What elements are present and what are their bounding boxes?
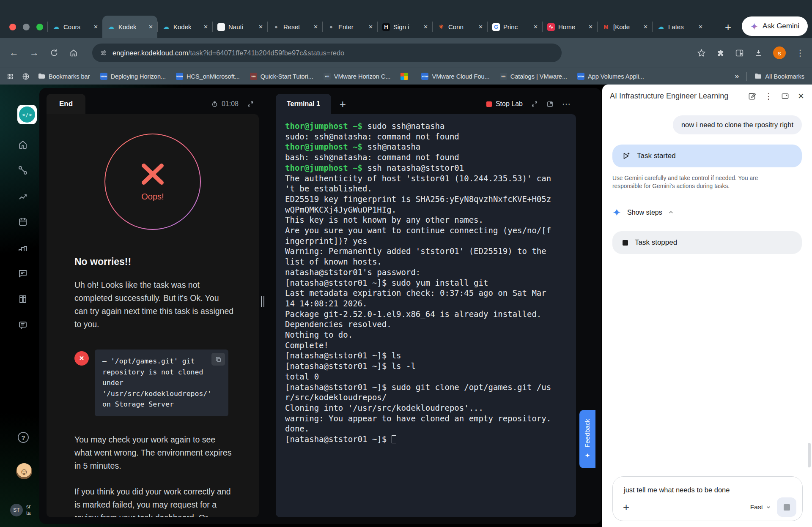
- tab-end[interactable]: End: [47, 94, 85, 114]
- model-selector[interactable]: Fast: [750, 503, 771, 511]
- browser-menu-icon[interactable]: ⋮: [796, 48, 804, 58]
- bookmark-item[interactable]: vmw HCS_onMicrosoft...: [176, 73, 240, 80]
- browser-tab[interactable]: ● Enter ✕: [322, 16, 377, 38]
- browser-tab[interactable]: ✳ Conn ✕: [432, 16, 487, 38]
- tab-close-icon[interactable]: ✕: [423, 24, 428, 30]
- all-bookmarks-button[interactable]: All Bookmarks: [754, 73, 804, 80]
- forward-button[interactable]: →: [30, 47, 39, 58]
- close-window-button[interactable]: [9, 24, 16, 30]
- browser-tab[interactable]: Nauti ✕: [212, 16, 267, 38]
- browser-tab[interactable]: ∿ Home ✕: [542, 16, 597, 38]
- gemini-input-card[interactable]: just tell me what needs to be done + Fas…: [612, 476, 803, 521]
- tab-favicon: ☁: [657, 23, 665, 31]
- sidebar-item-home[interactable]: [17, 139, 29, 150]
- tune-icon[interactable]: [100, 49, 107, 57]
- sidebar-item-progress[interactable]: [17, 190, 29, 202]
- gemini-input-text[interactable]: just tell me what needs to be done: [613, 477, 802, 494]
- apps-grid-icon[interactable]: [7, 73, 14, 80]
- tab-close-icon[interactable]: ✕: [368, 24, 373, 30]
- profile-avatar[interactable]: s: [773, 46, 786, 59]
- new-chat-icon[interactable]: [748, 92, 756, 101]
- bookmark-item[interactable]: [401, 73, 411, 80]
- browser-tab[interactable]: ☁ Kodek ✕: [157, 16, 212, 38]
- bookmark-star-icon[interactable]: [697, 49, 706, 57]
- bookmark-item[interactable]: vm VMware Horizon C...: [324, 73, 391, 80]
- browser-tab[interactable]: ☁ Lates ✕: [652, 16, 707, 38]
- home-button[interactable]: [69, 49, 78, 57]
- open-in-new-icon[interactable]: [546, 101, 554, 108]
- stop-generating-button[interactable]: [777, 497, 796, 517]
- ask-gemini-button[interactable]: Ask Gemini: [742, 16, 808, 36]
- sidebar-item-chat[interactable]: [17, 268, 29, 279]
- sidebar-item-library[interactable]: [17, 293, 29, 305]
- terminal-line: Cloning into '/usr/src/kodekloudrepos'..…: [285, 403, 567, 413]
- bookmark-item[interactable]: vm Catalogs | VMware...: [500, 73, 567, 80]
- gemini-header: AI Infrastructure Engineer Learning ⋮ ✕: [602, 85, 812, 104]
- help-button[interactable]: ?: [18, 432, 29, 443]
- window-controls[interactable]: [9, 24, 43, 30]
- tab-close-icon[interactable]: ✕: [478, 24, 483, 30]
- bookmarks-overflow-icon[interactable]: »: [735, 72, 739, 81]
- browser-tab[interactable]: M [Kode ✕: [597, 16, 652, 38]
- terminal-output[interactable]: thor@jumphost ~$ sudo ssh@natasha sudo: …: [276, 114, 576, 517]
- tab-close-icon[interactable]: ✕: [93, 24, 98, 30]
- profile-block[interactable]: ST srta: [10, 504, 30, 516]
- tab-favicon: ∿: [547, 23, 555, 31]
- bookmark-item[interactable]: vmw VMware Cloud Fou...: [421, 73, 489, 80]
- sidebar-item-forum[interactable]: [17, 319, 29, 331]
- new-tab-button[interactable]: +: [725, 21, 731, 34]
- zoom-window-button[interactable]: [36, 24, 43, 30]
- gemini-scrollbar[interactable]: [808, 443, 811, 467]
- bookmark-item[interactable]: vmw App Volumes Appli...: [577, 73, 644, 80]
- globe-icon[interactable]: [22, 73, 30, 80]
- terminal-line: thor@jumphost ~$ sudo ssh@natasha: [285, 121, 567, 131]
- tab-close-icon[interactable]: ✕: [643, 24, 648, 30]
- minimize-window-button[interactable]: [23, 24, 30, 30]
- sidebar-item-calendar[interactable]: [17, 216, 29, 228]
- sidebar-item-connections[interactable]: [17, 164, 29, 176]
- address-bar[interactable]: engineer.kodekloud.com/task?id=64071ffe7…: [92, 44, 562, 62]
- tab-favicon: [217, 23, 225, 31]
- user-avatar[interactable]: ☺: [16, 463, 32, 479]
- tab-label: Sign i: [393, 23, 420, 30]
- terminal-panel: Terminal 1 + Stop Lab ⋯ t: [276, 94, 576, 517]
- copy-button[interactable]: [211, 353, 225, 366]
- kodekloud-logo[interactable]: </>: [17, 105, 37, 124]
- tab-terminal-1[interactable]: Terminal 1: [276, 94, 331, 114]
- attach-plus-button[interactable]: +: [623, 501, 629, 514]
- gemini-close-icon[interactable]: ✕: [798, 91, 804, 101]
- new-terminal-button[interactable]: +: [340, 98, 346, 111]
- panel-resize-handle[interactable]: [261, 296, 264, 307]
- back-button[interactable]: ←: [9, 47, 19, 58]
- tab-close-icon[interactable]: ✕: [148, 24, 153, 30]
- stop-lab-button[interactable]: Stop Lab: [486, 100, 523, 108]
- bookmark-item[interactable]: Bookmarks bar: [38, 73, 90, 80]
- bookmark-item[interactable]: vmw Deploying Horizon...: [100, 73, 166, 80]
- downloads-icon[interactable]: [754, 49, 763, 57]
- tab-close-icon[interactable]: ✕: [258, 24, 263, 30]
- reload-button[interactable]: [50, 49, 58, 57]
- expand-icon[interactable]: [247, 101, 254, 107]
- show-steps-toggle[interactable]: Show steps: [612, 208, 802, 217]
- browser-tab[interactable]: ● Reset ✕: [267, 16, 322, 38]
- browser-tab[interactable]: G Princ ✕: [487, 16, 542, 38]
- gemini-menu-icon[interactable]: ⋮: [765, 91, 773, 101]
- browser-tab[interactable]: H Sign i ✕: [377, 16, 432, 38]
- screen: ☁ Cours ✕ ☁ Kodek ✕ ☁ Kodek ✕: [0, 0, 812, 527]
- side-panel-icon[interactable]: [735, 49, 744, 57]
- tab-close-icon[interactable]: ✕: [313, 24, 318, 30]
- tab-close-icon[interactable]: ✕: [698, 24, 703, 30]
- expand-icon[interactable]: [531, 101, 538, 107]
- browser-tab[interactable]: ☁ Kodek ✕: [102, 16, 157, 38]
- task-started-card[interactable]: Task started: [612, 145, 802, 167]
- extensions-icon[interactable]: [716, 49, 725, 57]
- sidebar-item-leaderboard[interactable]: [17, 242, 29, 254]
- browser-tab[interactable]: ☁ Cours ✕: [47, 16, 102, 38]
- tab-close-icon[interactable]: ✕: [203, 24, 208, 30]
- feedback-button[interactable]: Feedback ✦: [579, 410, 595, 468]
- tab-close-icon[interactable]: ✕: [533, 24, 538, 30]
- tab-close-icon[interactable]: ✕: [588, 24, 593, 30]
- bookmark-item[interactable]: vm Quick-Start Tutori...: [250, 73, 313, 80]
- dock-window-icon[interactable]: [781, 92, 789, 100]
- terminal-menu-icon[interactable]: ⋯: [562, 99, 571, 109]
